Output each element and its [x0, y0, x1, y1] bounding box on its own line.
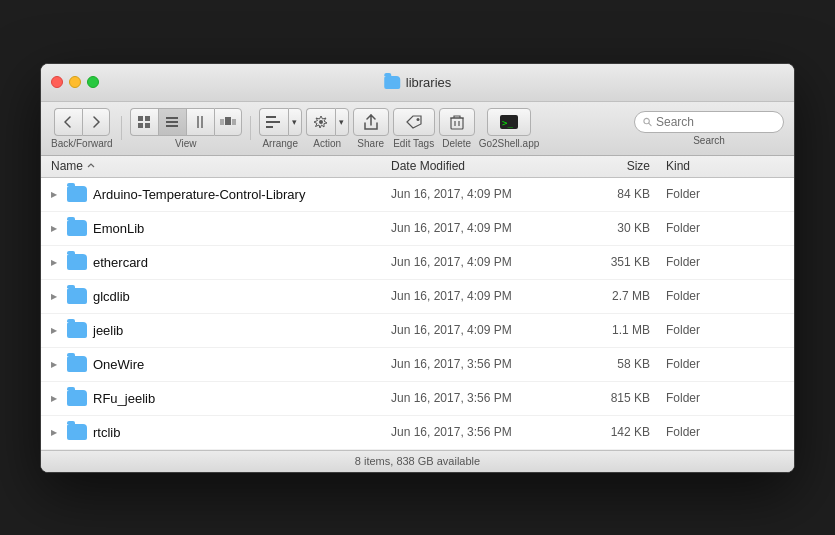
minimize-button[interactable]: [69, 76, 81, 88]
date-column-header[interactable]: Date Modified: [391, 159, 576, 173]
file-name-cell: ▶ Arduino-Temperature-Control-Library: [51, 186, 391, 202]
edit-tags-label: Edit Tags: [393, 138, 434, 149]
kind-column-header[interactable]: Kind: [666, 159, 784, 173]
file-date-cell: Jun 16, 2017, 3:56 PM: [391, 391, 576, 405]
sort-icon: [87, 162, 95, 170]
file-name-text: rtclib: [93, 425, 120, 440]
action-button[interactable]: [306, 108, 335, 136]
statusbar-text: 8 items, 838 GB available: [355, 455, 480, 467]
file-date-cell: Jun 16, 2017, 3:56 PM: [391, 357, 576, 371]
file-size-cell: 351 KB: [576, 255, 666, 269]
file-size-cell: 84 KB: [576, 187, 666, 201]
toolbar: Back/Forward View: [41, 102, 794, 156]
search-label: Search: [693, 135, 725, 146]
action-buttons: ▾: [306, 108, 349, 136]
go2shell-group: >_ Go2Shell.app: [479, 108, 540, 149]
delete-label: Delete: [442, 138, 471, 149]
back-button[interactable]: [54, 108, 82, 136]
svg-rect-0: [138, 116, 143, 121]
folder-icon: [67, 254, 87, 270]
file-date-cell: Jun 16, 2017, 4:09 PM: [391, 221, 576, 235]
file-name-cell: ▶ ethercard: [51, 254, 391, 270]
folder-icon: [67, 390, 87, 406]
file-kind-cell: Folder: [666, 289, 784, 303]
maximize-button[interactable]: [87, 76, 99, 88]
window-title-area: libraries: [384, 75, 452, 90]
arrange-group: ▾ Arrange: [259, 108, 302, 149]
column-view-button[interactable]: [186, 108, 214, 136]
table-row[interactable]: ▶ Arduino-Temperature-Control-Library Ju…: [41, 178, 794, 212]
arrange-button[interactable]: [259, 108, 288, 136]
edit-tags-group: Edit Tags: [393, 108, 435, 149]
column-headers: Name Date Modified Size Kind: [41, 156, 794, 178]
edit-tags-button[interactable]: [393, 108, 435, 136]
file-name-text: RFu_jeelib: [93, 391, 155, 406]
disclosure-triangle[interactable]: ▶: [51, 224, 61, 233]
go2shell-button[interactable]: >_: [487, 108, 531, 136]
file-name-cell: ▶ OneWire: [51, 356, 391, 372]
disclosure-triangle[interactable]: ▶: [51, 326, 61, 335]
list-view-button[interactable]: [158, 108, 186, 136]
titlebar: libraries: [41, 64, 794, 102]
table-row[interactable]: ▶ rtclib Jun 16, 2017, 3:56 PM 142 KB Fo…: [41, 416, 794, 450]
arrange-dropdown-button[interactable]: ▾: [288, 108, 302, 136]
file-kind-cell: Folder: [666, 221, 784, 235]
svg-rect-13: [266, 121, 280, 123]
disclosure-triangle[interactable]: ▶: [51, 428, 61, 437]
disclosure-triangle[interactable]: ▶: [51, 258, 61, 267]
file-name-text: glcdlib: [93, 289, 130, 304]
file-name-cell: ▶ glcdlib: [51, 288, 391, 304]
table-row[interactable]: ▶ jeelib Jun 16, 2017, 4:09 PM 1.1 MB Fo…: [41, 314, 794, 348]
action-dropdown-button[interactable]: ▾: [335, 108, 349, 136]
table-row[interactable]: ▶ OneWire Jun 16, 2017, 3:56 PM 58 KB Fo…: [41, 348, 794, 382]
file-kind-cell: Folder: [666, 425, 784, 439]
search-icon: [643, 117, 652, 127]
share-group: Share: [353, 108, 389, 149]
svg-rect-12: [266, 116, 276, 118]
folder-icon: [67, 356, 87, 372]
file-date-cell: Jun 16, 2017, 4:09 PM: [391, 323, 576, 337]
table-row[interactable]: ▶ EmonLib Jun 16, 2017, 4:09 PM 30 KB Fo…: [41, 212, 794, 246]
file-name-cell: ▶ RFu_jeelib: [51, 390, 391, 406]
table-row[interactable]: ▶ RFu_jeelib Jun 16, 2017, 3:56 PM 815 K…: [41, 382, 794, 416]
svg-rect-3: [145, 123, 150, 128]
file-list: ▶ Arduino-Temperature-Control-Library Ju…: [41, 178, 794, 450]
forward-button[interactable]: [82, 108, 110, 136]
name-column-header[interactable]: Name: [51, 159, 391, 173]
disclosure-triangle[interactable]: ▶: [51, 292, 61, 301]
arrange-label: Arrange: [262, 138, 298, 149]
close-button[interactable]: [51, 76, 63, 88]
delete-button[interactable]: [439, 108, 475, 136]
search-input[interactable]: [656, 115, 775, 129]
file-name-cell: ▶ EmonLib: [51, 220, 391, 236]
statusbar: 8 items, 838 GB available: [41, 450, 794, 472]
svg-rect-11: [232, 119, 236, 125]
svg-rect-9: [225, 117, 231, 125]
file-name-cell: ▶ jeelib: [51, 322, 391, 338]
table-row[interactable]: ▶ glcdlib Jun 16, 2017, 4:09 PM 2.7 MB F…: [41, 280, 794, 314]
go2shell-label: Go2Shell.app: [479, 138, 540, 149]
table-row[interactable]: ▶ ethercard Jun 16, 2017, 4:09 PM 351 KB…: [41, 246, 794, 280]
svg-rect-14: [266, 126, 273, 128]
share-button[interactable]: [353, 108, 389, 136]
file-kind-cell: Folder: [666, 255, 784, 269]
file-name-text: EmonLib: [93, 221, 144, 236]
folder-icon: [67, 288, 87, 304]
icon-view-button[interactable]: [130, 108, 158, 136]
file-name-text: OneWire: [93, 357, 144, 372]
file-kind-cell: Folder: [666, 187, 784, 201]
disclosure-triangle[interactable]: ▶: [51, 360, 61, 369]
file-kind-cell: Folder: [666, 391, 784, 405]
search-box[interactable]: [634, 111, 784, 133]
svg-point-16: [416, 118, 419, 121]
coverflow-view-button[interactable]: [214, 108, 242, 136]
folder-icon: [384, 76, 400, 89]
disclosure-triangle[interactable]: ▶: [51, 190, 61, 199]
file-name-cell: ▶ rtclib: [51, 424, 391, 440]
size-column-header[interactable]: Size: [576, 159, 666, 173]
file-size-cell: 30 KB: [576, 221, 666, 235]
delete-group: Delete: [439, 108, 475, 149]
file-size-cell: 815 KB: [576, 391, 666, 405]
disclosure-triangle[interactable]: ▶: [51, 394, 61, 403]
search-group: Search: [634, 111, 784, 146]
